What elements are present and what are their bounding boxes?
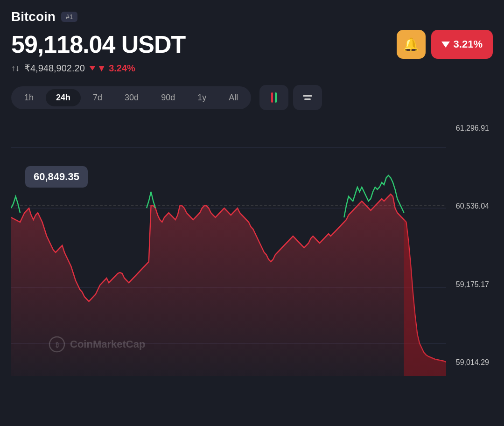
timeframe-all[interactable]: All bbox=[218, 89, 248, 106]
small-arrow-down-icon bbox=[90, 66, 95, 70]
timeframe-1y[interactable]: 1y bbox=[187, 89, 217, 106]
price-label-low: 59,014.29 bbox=[446, 358, 493, 367]
price-label-mid2: 59,175.17 bbox=[446, 280, 493, 289]
price-main: 59,118.04 USDT bbox=[11, 30, 185, 58]
price-chart bbox=[11, 115, 446, 376]
bell-button[interactable]: 🔔 bbox=[397, 30, 426, 59]
timeframe-30d[interactable]: 30d bbox=[114, 89, 149, 106]
rank-badge: #1 bbox=[61, 12, 78, 22]
candle-icon bbox=[271, 92, 277, 103]
inr-price: ₹4,948,902.20 bbox=[24, 63, 85, 74]
timeframe-7d[interactable]: 7d bbox=[83, 89, 112, 106]
svg-marker-7 bbox=[404, 220, 446, 376]
bell-icon: 🔔 bbox=[403, 37, 419, 52]
timeframe-group: 1h 24h 7d 30d 90d 1y All bbox=[11, 86, 251, 109]
svg-marker-6 bbox=[11, 194, 446, 376]
price-label-mid1: 60,536.04 bbox=[446, 202, 493, 210]
filter-icon bbox=[303, 95, 312, 100]
change-percent-label: 3.21% bbox=[454, 38, 483, 50]
updown-icon: ↑↓ bbox=[11, 63, 20, 73]
chart-type-button[interactable] bbox=[259, 85, 288, 110]
filter-button[interactable] bbox=[293, 85, 322, 110]
timeframe-90d[interactable]: 90d bbox=[151, 89, 185, 106]
timeframe-24h[interactable]: 24h bbox=[46, 89, 81, 106]
price-label-high: 61,296.91 bbox=[446, 124, 493, 133]
chart-price-labels: 61,296.91 60,536.04 59,175.17 59,014.29 bbox=[446, 115, 493, 376]
change-percent-button[interactable]: 3.21% bbox=[431, 30, 493, 59]
timeframe-1h[interactable]: 1h bbox=[14, 89, 44, 106]
coin-name: Bitcoin bbox=[11, 9, 56, 24]
arrow-down-icon bbox=[441, 42, 450, 48]
chart-area: 61,296.91 60,536.04 59,175.17 59,014.29 … bbox=[11, 115, 493, 376]
change-percent-sub: ▼ 3.24% bbox=[90, 63, 135, 74]
